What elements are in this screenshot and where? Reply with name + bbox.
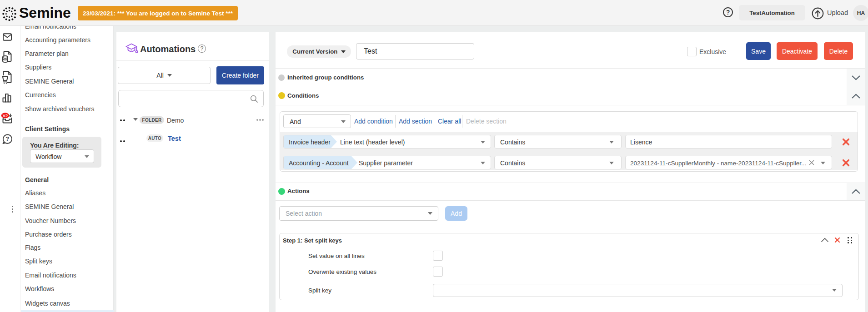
- svg-text:V2: V2: [3, 113, 8, 118]
- svg-text:?: ?: [5, 135, 9, 142]
